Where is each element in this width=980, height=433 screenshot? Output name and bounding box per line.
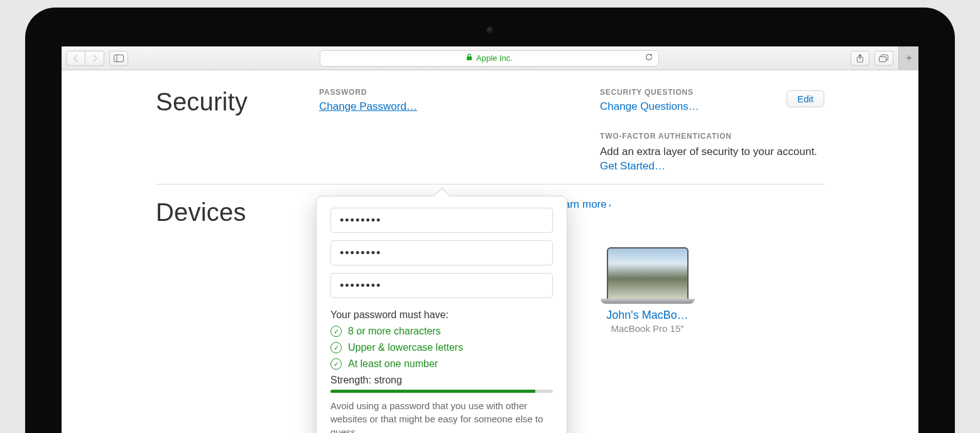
sidebar-toggle-button[interactable] bbox=[109, 51, 128, 66]
svg-rect-5 bbox=[879, 56, 886, 61]
new-tab-button[interactable]: ＋ bbox=[898, 46, 918, 70]
address-site-label: Apple Inc. bbox=[476, 53, 513, 63]
page-content: Edit Security PASSWORD Change Password… … bbox=[62, 70, 918, 433]
devices-intro: w. Learn more› bbox=[539, 198, 824, 211]
requirement-item: ✓ Upper & lowercase letters bbox=[330, 342, 553, 353]
svg-rect-0 bbox=[114, 55, 124, 61]
section-heading-devices: Devices bbox=[156, 198, 288, 334]
requirement-item: ✓ At least one number bbox=[330, 358, 553, 370]
share-button[interactable] bbox=[851, 51, 869, 66]
strength-meter-fill bbox=[330, 390, 535, 393]
twofactor-get-started-link[interactable]: Get Started… bbox=[600, 160, 665, 172]
strength-label: Strength: strong bbox=[330, 375, 553, 386]
tabs-button[interactable] bbox=[874, 51, 893, 66]
requirements-title: Your password must have: bbox=[330, 309, 553, 321]
strength-meter bbox=[330, 390, 553, 393]
device-card-macbook[interactable]: John's MacBo… MacBook Pro 15" bbox=[596, 222, 699, 334]
device-name: John's MacBo… bbox=[596, 309, 699, 322]
check-circle-icon: ✓ bbox=[330, 358, 342, 370]
change-password-link[interactable]: Change Password… bbox=[319, 100, 417, 112]
twofactor-label: TWO-FACTOR AUTHENTICATION bbox=[600, 132, 824, 141]
requirement-text: Upper & lowercase letters bbox=[348, 342, 463, 353]
screen: Apple Inc. ＋ Edit Security bbox=[62, 46, 918, 433]
chevron-right-icon: › bbox=[609, 201, 611, 210]
requirement-text: 8 or more characters bbox=[348, 326, 441, 337]
address-bar[interactable]: Apple Inc. bbox=[320, 50, 659, 67]
change-questions-link[interactable]: Change Questions… bbox=[600, 100, 699, 112]
confirm-password-input[interactable] bbox=[330, 273, 553, 298]
password-label: PASSWORD bbox=[319, 88, 543, 97]
nav-back-forward bbox=[67, 51, 104, 66]
section-heading-security: Security bbox=[156, 88, 288, 173]
back-button[interactable] bbox=[67, 51, 85, 66]
requirement-text: At least one number bbox=[348, 358, 438, 370]
safari-toolbar: Apple Inc. ＋ bbox=[62, 46, 918, 70]
new-password-input[interactable] bbox=[330, 240, 553, 265]
camera-icon bbox=[486, 26, 494, 34]
check-circle-icon: ✓ bbox=[330, 342, 342, 353]
password-advice: Avoid using a password that you use with… bbox=[330, 399, 553, 433]
check-circle-icon: ✓ bbox=[330, 326, 342, 337]
forward-button[interactable] bbox=[85, 51, 104, 66]
edit-button[interactable]: Edit bbox=[787, 90, 824, 107]
password-column: PASSWORD Change Password… bbox=[319, 88, 543, 173]
current-password-input[interactable] bbox=[330, 208, 553, 233]
reload-icon[interactable] bbox=[645, 53, 653, 63]
requirement-item: ✓ 8 or more characters bbox=[330, 326, 553, 337]
security-section: Security PASSWORD Change Password… SECUR… bbox=[156, 88, 824, 173]
twofactor-desc: Add an extra layer of security to your a… bbox=[600, 144, 824, 160]
device-sub: MacBook Pro 15" bbox=[596, 323, 699, 334]
change-password-popover: Your password must have: ✓ 8 or more cha… bbox=[316, 196, 567, 433]
laptop-frame: Apple Inc. ＋ Edit Security bbox=[25, 8, 955, 433]
macbook-icon bbox=[601, 247, 695, 304]
lock-icon bbox=[466, 53, 472, 63]
svg-rect-2 bbox=[467, 56, 472, 60]
